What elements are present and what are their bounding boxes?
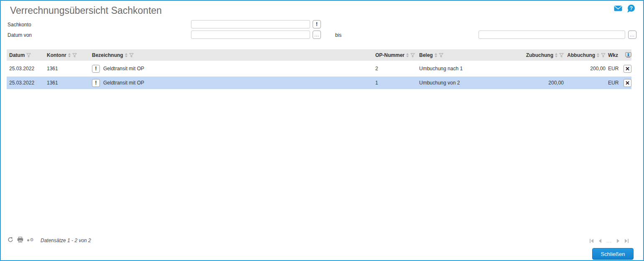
column-header-zubuchung[interactable]: Zubuchung bbox=[522, 52, 564, 58]
cell-op-nummer: 1 bbox=[375, 80, 419, 86]
column-header-kontonr[interactable]: Kontonr bbox=[47, 52, 92, 58]
datum-bis-input[interactable] bbox=[479, 31, 625, 39]
datum-von-input[interactable] bbox=[191, 31, 310, 39]
bezeichnung-text: Geldtransit mit OP bbox=[103, 66, 144, 72]
cell-action: ✕ bbox=[622, 79, 631, 87]
sort-icon[interactable] bbox=[597, 53, 599, 57]
grid-header-row: Datum Kontonr Bezeichnung OP-Nummer bbox=[7, 49, 631, 61]
bezeichnung-text: Geldtransit mit OP bbox=[103, 80, 144, 86]
sachkonto-label: Sachkonto bbox=[8, 22, 31, 28]
settings-icon[interactable]: ⚙ bbox=[27, 238, 34, 242]
sort-icon[interactable] bbox=[406, 53, 409, 57]
column-header-bezeichnung[interactable]: Bezeichnung bbox=[92, 52, 375, 58]
cell-beleg: Umbuchung nach 1 bbox=[419, 66, 522, 72]
sort-icon[interactable] bbox=[555, 53, 557, 57]
filter-icon[interactable] bbox=[129, 53, 134, 57]
footer-toolbar: ⚙ bbox=[8, 237, 34, 243]
sort-icon[interactable] bbox=[125, 53, 127, 57]
clearing-overview-window: { "page": { "title": "Verrechnungsübersi… bbox=[0, 0, 644, 261]
cell-kontonr: 1361 bbox=[47, 80, 92, 86]
datum-bis-browse-button[interactable]: ... bbox=[628, 31, 636, 39]
row-close-button[interactable]: ✕ bbox=[624, 65, 631, 73]
cell-kontonr: 1361 bbox=[47, 66, 92, 72]
record-count-label: Datensätze 1 - 2 von 2 bbox=[41, 238, 91, 243]
data-grid: Datum Kontonr Bezeichnung OP-Nummer bbox=[7, 49, 631, 89]
next-page-icon[interactable] bbox=[616, 239, 620, 243]
column-header-abbuchung[interactable]: Abbuchung bbox=[564, 52, 606, 58]
sachkonto-exclamation-button[interactable]: ! bbox=[313, 20, 321, 28]
row-exclamation-button[interactable]: ! bbox=[92, 79, 100, 87]
dot-icon bbox=[27, 239, 29, 241]
gear-icon: ⚙ bbox=[30, 238, 34, 242]
column-header-wkz[interactable]: Wkz bbox=[606, 52, 622, 58]
cell-action: ✕ bbox=[622, 65, 631, 73]
column-header-beleg[interactable]: Beleg bbox=[419, 52, 522, 58]
cell-abbuchung: 200,00 bbox=[564, 66, 606, 72]
row-close-button[interactable]: ✕ bbox=[624, 79, 631, 87]
print-icon[interactable] bbox=[17, 237, 23, 243]
filter-icon[interactable] bbox=[439, 53, 443, 57]
close-button[interactable]: Schließen bbox=[592, 248, 634, 260]
datum-von-label: Datum von bbox=[8, 32, 32, 38]
datum-von-browse-button[interactable]: ... bbox=[313, 31, 321, 39]
help-icon[interactable]: ? bbox=[628, 5, 635, 12]
page-title: Verrechnungsübersicht Sachkonten bbox=[10, 5, 162, 16]
cell-zubuchung: 200,00 bbox=[522, 80, 564, 86]
cell-datum: 25.03.2022 bbox=[9, 66, 47, 72]
cell-bezeichnung: ! Geldtransit mit OP bbox=[92, 65, 375, 73]
cell-bezeichnung: ! Geldtransit mit OP bbox=[92, 79, 375, 87]
column-settings-cell bbox=[622, 52, 631, 58]
cell-wkz: EUR bbox=[606, 80, 622, 86]
filter-icon[interactable] bbox=[601, 53, 606, 57]
sachkonto-input[interactable] bbox=[191, 20, 310, 28]
pagination: ... bbox=[589, 238, 629, 244]
page-ellipsis[interactable]: ... bbox=[606, 238, 612, 244]
cell-datum: 25.03.2022 bbox=[9, 80, 47, 86]
column-settings-icon[interactable] bbox=[625, 52, 631, 58]
cell-op-nummer: 2 bbox=[375, 66, 419, 72]
cell-wkz: EUR bbox=[606, 66, 622, 72]
column-header-datum[interactable]: Datum bbox=[9, 52, 47, 58]
mail-icon[interactable] bbox=[614, 5, 622, 11]
sort-icon[interactable] bbox=[435, 53, 437, 57]
filter-icon[interactable] bbox=[559, 53, 564, 57]
filter-icon[interactable] bbox=[72, 53, 77, 57]
first-page-icon[interactable] bbox=[589, 239, 594, 243]
row-exclamation-button[interactable]: ! bbox=[92, 65, 100, 73]
column-header-op-nummer[interactable]: OP-Nummer bbox=[375, 52, 419, 58]
filter-icon[interactable] bbox=[410, 53, 415, 57]
cell-beleg: Umbuchung von 2 bbox=[419, 80, 522, 86]
last-page-icon[interactable] bbox=[624, 239, 629, 243]
filter-icon[interactable] bbox=[26, 53, 31, 57]
table-row[interactable]: 25.03.2022 1361 ! Geldtransit mit OP 2 U… bbox=[7, 62, 631, 75]
bis-label: bis bbox=[335, 32, 341, 38]
sort-icon[interactable] bbox=[68, 53, 71, 57]
refresh-icon[interactable] bbox=[8, 237, 13, 243]
window-toolbar: ? bbox=[614, 5, 635, 12]
table-row[interactable]: 25.03.2022 1361 ! Geldtransit mit OP 1 U… bbox=[7, 77, 631, 89]
previous-page-icon[interactable] bbox=[598, 239, 602, 243]
